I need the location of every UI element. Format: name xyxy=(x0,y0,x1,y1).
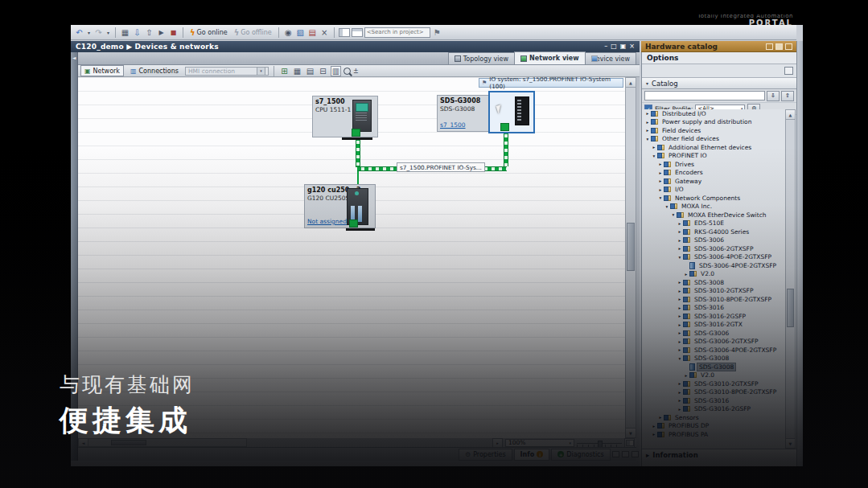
search-project-input[interactable] xyxy=(364,27,430,38)
restore-button[interactable]: □ xyxy=(611,43,617,50)
tree-arrow-icon[interactable]: ▸ xyxy=(651,145,657,150)
pin-panel-icon[interactable] xyxy=(785,43,792,50)
zoom-level-select[interactable]: 100% ▾ xyxy=(505,439,574,447)
close-button[interactable]: × xyxy=(629,43,635,50)
catalog-tree-item[interactable]: ▸ SDS-G3010-8POE-2GTXSFP xyxy=(642,388,785,397)
tree-arrow-icon[interactable]: ▸ xyxy=(683,373,689,378)
inspector-window-icon[interactable] xyxy=(622,451,629,457)
tree-arrow-icon[interactable]: ▸ xyxy=(677,289,683,293)
tree-arrow-icon[interactable]: ▸ xyxy=(677,347,683,352)
show-page-breaks-icon[interactable]: ▦ xyxy=(292,66,302,76)
profinet-port-green[interactable] xyxy=(352,129,360,137)
hardware-catalog-header[interactable]: Hardware catalog xyxy=(641,41,796,52)
tree-arrow-icon[interactable]: ▸ xyxy=(677,280,683,285)
tree-arrow-icon[interactable]: ▸ xyxy=(677,306,683,310)
scroll-down-icon[interactable]: ▼ xyxy=(786,438,795,448)
catalog-tree-item[interactable]: ▸ SDS-G3006-4POE-2GTXSFP xyxy=(642,346,785,355)
inspector-window-icon[interactable] xyxy=(631,451,639,457)
tree-arrow-icon[interactable]: ▾ xyxy=(644,137,651,141)
zoom-slider[interactable] xyxy=(577,440,622,446)
catalog-tree-item[interactable]: ▾ MOXA EtherDevice Switch xyxy=(642,211,785,219)
inspector-window-icon[interactable] xyxy=(612,451,619,457)
tree-arrow-icon[interactable]: ▸ xyxy=(651,432,657,437)
zoom-plus-minus-icon[interactable]: ± xyxy=(353,68,359,75)
tree-arrow-icon[interactable]: ▸ xyxy=(644,128,651,133)
catalog-tree-item[interactable]: ▾ PROFINET IO xyxy=(642,152,785,161)
catalog-tree-item[interactable]: ▸ Additional Ethernet devices xyxy=(642,143,785,152)
tree-arrow-icon[interactable]: ▸ xyxy=(677,330,683,335)
start-cpu-icon[interactable]: ▶ xyxy=(156,27,167,38)
show-overview-icon[interactable]: ▥ xyxy=(331,66,341,76)
tree-arrow-icon[interactable]: ▸ xyxy=(677,339,683,344)
device-sds-g3008-selected[interactable] xyxy=(488,91,535,133)
tree-arrow-icon[interactable]: ▸ xyxy=(677,238,683,243)
undo-button[interactable]: ↶ xyxy=(74,27,84,38)
catalog-tree-item[interactable]: ▾ SDS-3006-4POE-2GTXSFP xyxy=(642,253,785,262)
catalog-tree-item[interactable]: ▸ RKS-G4000 Series xyxy=(642,228,785,236)
catalog-tree-item[interactable]: ▸ SDS-G3006-2GTXSFP xyxy=(642,338,785,347)
catalog-tree-item[interactable]: ▸ Power supply and distribution xyxy=(642,118,785,127)
catalog-tree-item[interactable]: ▾ SDS-G3008 xyxy=(642,355,785,363)
tree-arrow-icon[interactable]: ▸ xyxy=(677,381,683,386)
tree-arrow-icon[interactable]: ▸ xyxy=(677,407,683,412)
expand-overview-button[interactable]: ▸ xyxy=(492,438,503,448)
tree-arrow-icon[interactable]: ▸ xyxy=(677,246,683,251)
catalog-tree-item[interactable]: ▸ I/O xyxy=(642,186,785,195)
tree-arrow-icon[interactable]: ▸ xyxy=(677,314,683,318)
catalog-tree-item[interactable]: ▸ V2.0 xyxy=(642,371,785,380)
catalog-tree-item[interactable]: ▸ PROFIBUS PA xyxy=(642,430,785,439)
assigned-controller-link[interactable]: s7_1500 xyxy=(440,121,466,129)
catalog-tree-item[interactable]: ▸ SDS-G3016-2GSFP xyxy=(642,405,785,414)
language-flag-icon[interactable]: ⚑ xyxy=(432,27,442,38)
relate-devices-icon[interactable]: ⊞ xyxy=(279,66,290,76)
tree-arrow-icon[interactable]: ▸ xyxy=(657,170,664,175)
tree-arrow-icon[interactable]: ▾ xyxy=(657,195,664,200)
float-panel-icon[interactable] xyxy=(766,43,773,50)
catalog-tree-item[interactable]: ▸ SDS-G3016 xyxy=(642,396,785,405)
device-s7-1500[interactable]: s7_1500 CPU 1511-1 PN xyxy=(312,96,378,137)
catalog-tree-item[interactable]: ▸ SDS-G3010-2GTXSFP xyxy=(642,379,785,388)
tab-device-view[interactable]: Device view xyxy=(585,52,636,64)
connection-type-select[interactable]: HMI connection ▾ xyxy=(185,67,269,76)
catalog-tree-item[interactable]: ▸ Field devices xyxy=(642,126,785,135)
redo-dropdown-icon[interactable]: ▾ xyxy=(105,27,111,38)
profinet-port-green[interactable] xyxy=(500,123,509,131)
tree-arrow-icon[interactable]: ▾ xyxy=(664,204,670,209)
download-to-device-icon[interactable]: ⇩ xyxy=(132,27,142,38)
split-editor-vertical-icon[interactable] xyxy=(339,28,350,37)
tree-arrow-icon[interactable]: ▸ xyxy=(683,272,689,277)
catalog-tree-item[interactable]: ▸ Encoders xyxy=(642,169,785,178)
tree-arrow-icon[interactable]: ▸ xyxy=(677,297,683,301)
accessible-devices-icon[interactable]: ◉ xyxy=(283,27,294,38)
catalog-tree-item[interactable]: ▸ SDS-3010-2GTXSFP xyxy=(642,287,785,296)
tree-arrow-icon[interactable]: ▾ xyxy=(677,255,683,260)
scroll-up-icon[interactable]: ▲ xyxy=(786,110,795,120)
catalog-tree-item[interactable]: ▸ SDS-3010-8POE-2GTXSFP xyxy=(642,295,785,304)
catalog-tree-item[interactable]: ▸ Drives xyxy=(642,160,785,169)
tab-network-view[interactable]: Network view xyxy=(514,51,586,64)
scrollbar-thumb[interactable] xyxy=(111,440,146,445)
catalog-tree-item[interactable]: ▾ MOXA Inc. xyxy=(642,203,785,211)
dock-button[interactable]: ▣ xyxy=(620,43,627,50)
tree-arrow-icon[interactable]: ▸ xyxy=(677,229,683,234)
catalog-tree-item[interactable]: ▸ SDS-3008 xyxy=(642,278,785,287)
catalog-tree-item[interactable]: SDS-3006-4POE-2GTXSFP xyxy=(642,261,785,270)
tab-diagnostics[interactable]: + Diagnostics xyxy=(551,449,610,461)
tree-arrow-icon[interactable]: ▸ xyxy=(677,221,683,226)
catalog-tree-item[interactable]: ▸ Distributed I/O xyxy=(642,109,785,118)
tree-arrow-icon[interactable]: ▾ xyxy=(677,356,683,361)
tree-arrow-icon[interactable]: ▸ xyxy=(651,424,657,429)
not-assigned-link[interactable]: Not assigned xyxy=(307,218,347,225)
fit-view-button[interactable] xyxy=(624,438,635,448)
catalog-tree-item[interactable]: ▸ Gateway xyxy=(642,177,785,186)
tab-topology-view[interactable]: Topology view xyxy=(448,52,515,64)
catalog-tree-item[interactable]: ▸ SDS-G3006 xyxy=(642,329,785,338)
tree-arrow-icon[interactable]: ▸ xyxy=(657,415,664,420)
go-offline-button[interactable]: ϟ Go offline xyxy=(232,28,274,37)
catalog-tree-item[interactable]: ▸ V2.0 xyxy=(642,270,785,279)
tree-arrow-icon[interactable]: ▸ xyxy=(677,322,683,327)
catalog-tree-item[interactable]: ▸ SDS-3006 xyxy=(642,236,785,245)
catalog-tree-item[interactable]: ▸ SDS-3006-2GTXSFP xyxy=(642,244,785,253)
device-sds-g3008-label-box[interactable]: SDS-G3008 SDS-G3008 s7_1500 xyxy=(437,95,490,132)
tree-arrow-icon[interactable]: ▸ xyxy=(657,178,664,183)
